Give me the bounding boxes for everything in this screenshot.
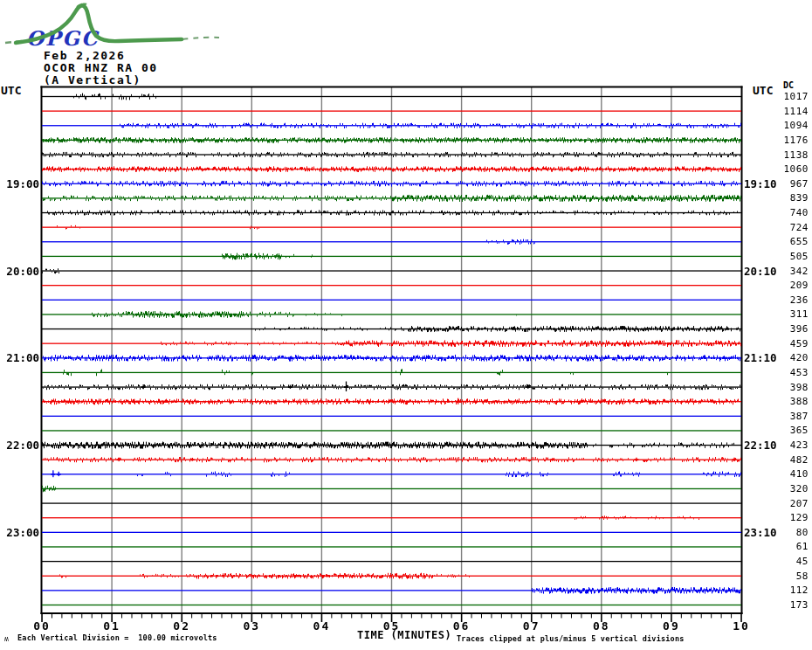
vertical-division-note: Each Vertical Division = 100.00 microvol…: [17, 633, 217, 642]
dc-value: 655: [776, 236, 809, 247]
dc-value: 1060: [776, 163, 809, 175]
dc-value: 129: [776, 512, 809, 523]
dc-value: 1138: [776, 149, 809, 161]
x-tick-label: 04: [302, 619, 341, 633]
hour-label-right: 22:10: [744, 439, 777, 452]
dc-value: 236: [776, 294, 809, 306]
x-axis-title: TIME (MINUTES): [357, 629, 451, 641]
dc-value: 365: [776, 425, 809, 436]
hour-label-right: 21:10: [744, 351, 777, 364]
dc-value: 342: [776, 266, 809, 277]
dc-value: 311: [776, 308, 809, 320]
clip-note: Traces clipped at plus/minus 5 vertical …: [457, 634, 685, 643]
dc-value: 388: [776, 396, 809, 407]
dc-value: 839: [776, 192, 809, 204]
hour-label-left: 21:00: [0, 351, 42, 364]
x-tick-label: 08: [582, 619, 621, 633]
x-tick-label: 03: [232, 619, 271, 633]
hour-label-right: 20:10: [744, 265, 777, 278]
dc-value: 740: [776, 207, 809, 218]
hour-label-left: 20:00: [0, 265, 42, 278]
dc-value: 58: [776, 570, 809, 582]
hour-label-right: 19:10: [744, 177, 777, 190]
dc-value: 45: [776, 556, 809, 567]
dc-value: 410: [776, 468, 809, 480]
x-tick-label: 01: [93, 619, 131, 633]
dc-value: 320: [776, 483, 809, 494]
dc-value: 173: [776, 599, 809, 611]
dc-value: 1114: [776, 106, 809, 117]
dc-value: 420: [776, 352, 809, 363]
x-tick-label: 09: [652, 619, 691, 633]
dc-value: 207: [776, 498, 809, 509]
helicorder-plot: [0, 0, 812, 650]
dc-value: 387: [776, 411, 809, 422]
x-tick-label: 07: [513, 619, 551, 633]
dc-value: 1094: [776, 120, 809, 131]
hour-label-left: 22:00: [0, 439, 42, 452]
dc-value: 61: [776, 541, 809, 552]
dc-value: 482: [776, 454, 809, 466]
hour-label-left: 19:00: [0, 177, 42, 190]
x-tick-label: 00: [23, 619, 61, 633]
dc-value: 1176: [776, 135, 809, 146]
dc-value: 967: [776, 178, 809, 190]
dc-value: 80: [776, 527, 809, 538]
dc-value: 398: [776, 382, 809, 393]
dc-value: 112: [776, 584, 809, 596]
dc-value: 459: [776, 338, 809, 349]
hour-label-left: 23:00: [0, 526, 42, 539]
hour-label-right: 23:10: [744, 526, 777, 539]
dc-value: 505: [776, 251, 809, 262]
x-tick-label: 10: [722, 619, 760, 633]
dc-value: 724: [776, 222, 809, 233]
x-tick-label: 02: [162, 619, 201, 633]
webicorder-page: { "logo": {"text": "OPGC"}, "header": { …: [0, 0, 812, 650]
dc-value: 453: [776, 367, 809, 378]
watermark-glyph: ʍ: [4, 635, 9, 643]
dc-value: 396: [776, 323, 809, 335]
dc-value: 423: [776, 439, 809, 451]
dc-value: 1017: [776, 91, 809, 102]
dc-value: 209: [776, 280, 809, 291]
